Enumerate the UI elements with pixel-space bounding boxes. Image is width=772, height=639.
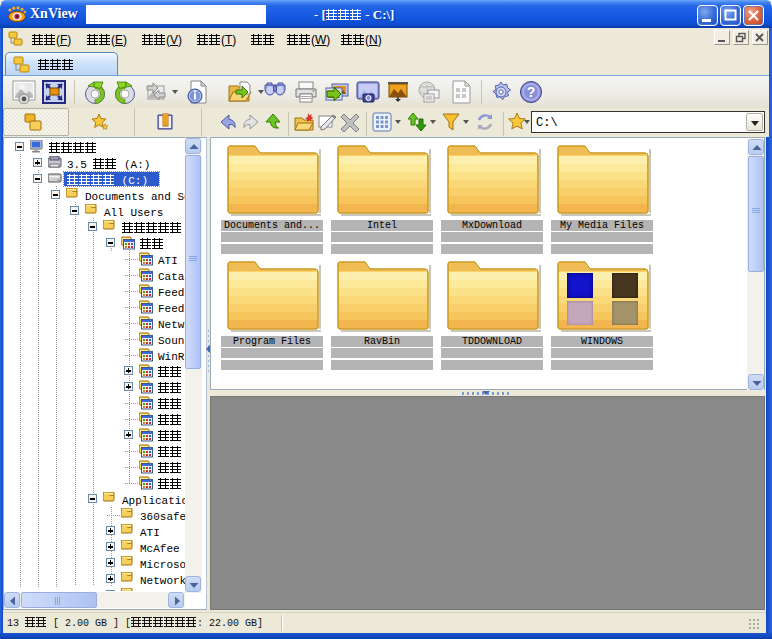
svg-text:?: ? <box>527 84 536 100</box>
